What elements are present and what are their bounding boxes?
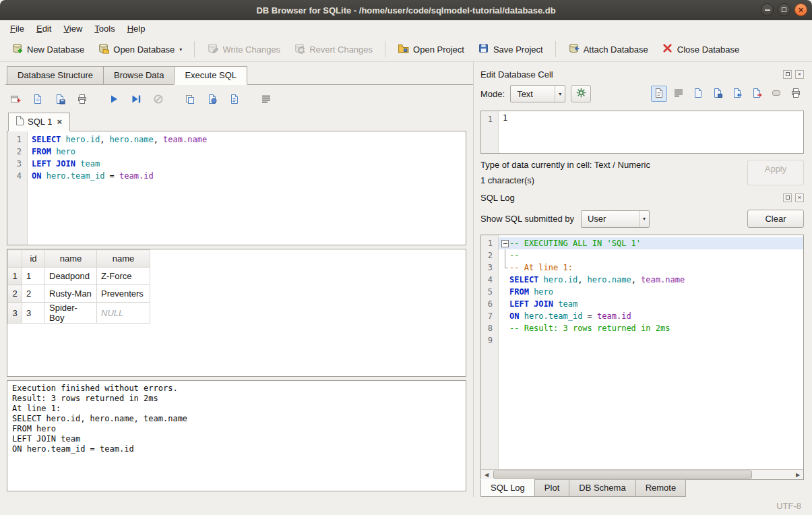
- gear-icon: [576, 88, 586, 100]
- cell-editor[interactable]: 1 1: [480, 111, 804, 154]
- menu-help[interactable]: Help: [121, 22, 152, 36]
- bottom-tab-remote[interactable]: Remote: [635, 479, 687, 497]
- code-token: hero: [56, 147, 75, 156]
- import-icon: [732, 88, 743, 100]
- open-file-icon: [32, 94, 43, 107]
- text-mode-button[interactable]: [651, 86, 667, 102]
- word-wrap-button[interactable]: [257, 92, 274, 109]
- float-panel-button[interactable]: [783, 193, 792, 202]
- close-tab-icon[interactable]: ×: [56, 117, 63, 127]
- bottom-tab-sql-log[interactable]: SQL Log: [480, 479, 535, 497]
- bottom-tab-plot[interactable]: Plot: [534, 479, 569, 497]
- row-number[interactable]: 1: [8, 268, 22, 285]
- chevron-down-icon[interactable]: ▾: [179, 47, 182, 53]
- save-results-icon: [207, 94, 218, 107]
- sql-toolbar: [7, 90, 466, 110]
- attach-database-button[interactable]: Attach Database: [562, 39, 654, 59]
- maximize-button[interactable]: [778, 3, 790, 16]
- print-cell-button[interactable]: [788, 86, 804, 102]
- close-panel-button[interactable]: ×: [795, 70, 804, 79]
- cell[interactable]: Preventers: [97, 285, 150, 303]
- menu-file[interactable]: File: [4, 22, 30, 36]
- export-icon: [185, 94, 195, 107]
- scroll-right-arrow-icon[interactable]: ▶: [792, 470, 803, 479]
- column-header-name[interactable]: name: [45, 250, 97, 268]
- save-sql-file-button[interactable]: [51, 92, 68, 109]
- bottom-tab-db-schema[interactable]: DB Schema: [569, 479, 635, 497]
- tab-browse-data[interactable]: Browse Data: [103, 66, 175, 85]
- code-line: FROM hero: [28, 146, 466, 158]
- tab-database-structure[interactable]: Database Structure: [7, 66, 104, 85]
- find-replace-button[interactable]: [226, 92, 243, 109]
- save-project-button[interactable]: Save Project: [472, 39, 549, 59]
- cell[interactable]: Rusty-Man: [45, 285, 97, 303]
- scrollbar-thumb[interactable]: [493, 471, 752, 479]
- corner-header: [8, 250, 22, 268]
- apply-button: Apply: [747, 160, 804, 185]
- fold-collapse-icon[interactable]: [500, 237, 509, 249]
- sql-editor[interactable]: 1234 SELECT hero.id, hero.name, team.nam…: [7, 131, 466, 245]
- cell[interactable]: 1: [22, 268, 45, 285]
- tab-sql-1[interactable]: SQL 1 ×: [8, 113, 70, 131]
- column-header-name[interactable]: name: [97, 250, 150, 268]
- log-code-area[interactable]: -- EXECUTING ALL IN 'SQL 1'---- At line …: [499, 235, 803, 469]
- close-panel-button[interactable]: ×: [795, 193, 804, 202]
- minimize-button[interactable]: [761, 3, 774, 16]
- cell-null[interactable]: NULL: [97, 303, 150, 324]
- menubar: File Edit View Tools Help: [0, 20, 812, 37]
- menu-view[interactable]: View: [57, 22, 88, 36]
- export-results-button[interactable]: [181, 92, 198, 109]
- close-database-button[interactable]: Close Database: [656, 39, 746, 59]
- play-to-line-icon: [131, 94, 142, 107]
- log-horizontal-scrollbar[interactable]: ◀ ▶: [481, 469, 803, 479]
- execute-current-line-button[interactable]: [127, 92, 144, 109]
- open-project-button[interactable]: Open Project: [392, 39, 470, 59]
- save-cell-button[interactable]: [710, 86, 726, 102]
- cell-editor-content[interactable]: 1: [499, 111, 803, 153]
- menu-tools[interactable]: Tools: [88, 22, 121, 36]
- filter-value: User: [588, 214, 613, 224]
- code-token: team.id: [597, 311, 631, 321]
- scroll-left-arrow-icon[interactable]: ◀: [481, 470, 492, 479]
- row-number[interactable]: 3: [8, 303, 22, 324]
- new-database-button[interactable]: New Database: [5, 39, 90, 59]
- save-file-icon: [55, 94, 65, 107]
- toolbar-button-label: New Database: [27, 44, 84, 55]
- open-database-button[interactable]: Open Database ▾: [92, 39, 188, 59]
- write-changes-icon: [207, 42, 218, 56]
- cell-settings-button[interactable]: [571, 85, 591, 102]
- submitted-by-combobox[interactable]: User ▾: [581, 210, 650, 228]
- code-token: -- EXECUTING ALL IN 'SQL 1': [509, 239, 641, 248]
- cell[interactable]: 2: [22, 285, 45, 303]
- row-number[interactable]: 2: [8, 285, 22, 303]
- new-tab-icon: [10, 94, 21, 107]
- minimize-icon: [765, 9, 770, 11]
- cell[interactable]: Spider-Boy: [45, 303, 97, 324]
- word-wrap-toggle[interactable]: [670, 86, 687, 102]
- titlebar[interactable]: DB Browser for SQLite - /home/user/code/…: [0, 0, 812, 20]
- close-window-button[interactable]: ×: [794, 3, 807, 16]
- clear-log-button[interactable]: Clear: [747, 210, 804, 228]
- cell[interactable]: Deadpond: [45, 268, 97, 285]
- code-line: [499, 334, 803, 346]
- code-line: ON hero.team_id = team.id: [28, 170, 466, 182]
- menu-edit[interactable]: Edit: [30, 22, 57, 36]
- set-null-button[interactable]: [768, 86, 784, 102]
- import-cell-data-button[interactable]: [729, 86, 745, 102]
- scrollbar-track[interactable]: [492, 470, 792, 479]
- results-grid: id name name 1 1 Deadpond Z-Force: [7, 249, 466, 377]
- open-sql-new-tab-button[interactable]: [7, 92, 24, 109]
- cell[interactable]: Z-Force: [97, 268, 150, 285]
- column-header-id[interactable]: id: [22, 250, 45, 268]
- mode-combobox[interactable]: Text ▾: [510, 85, 565, 102]
- open-sql-file-button[interactable]: [29, 92, 46, 109]
- editor-code-area[interactable]: SELECT hero.id, hero.name, team.nameFROM…: [28, 131, 466, 245]
- tab-execute-sql[interactable]: Execute SQL: [174, 66, 247, 85]
- cell[interactable]: 3: [22, 303, 45, 324]
- copy-cell-button[interactable]: [690, 86, 706, 102]
- save-results-button[interactable]: [204, 92, 220, 109]
- export-cell-data-button[interactable]: [749, 86, 765, 102]
- execute-all-button[interactable]: [105, 92, 122, 109]
- print-sql-button[interactable]: [73, 92, 90, 109]
- float-panel-button[interactable]: [783, 70, 792, 79]
